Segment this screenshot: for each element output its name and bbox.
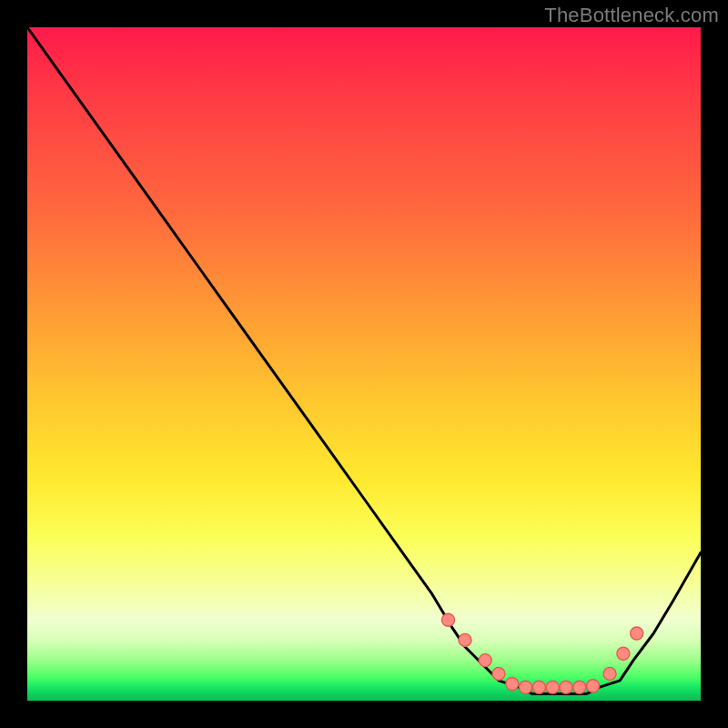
curve-dot [532,681,545,693]
curve-dot [631,627,643,640]
bottleneck-curve [27,27,701,694]
curve-dot [573,681,586,693]
curve-dot [587,680,600,693]
curve-dot [442,613,455,626]
plot-area [27,27,701,701]
curve-dot [603,667,616,680]
curve-dot [520,681,532,693]
curve-dot [459,633,471,646]
curve-dot [617,647,630,660]
curve-overlay [27,27,701,701]
curve-dot [492,667,505,680]
curve-dot [479,654,491,667]
curve-dot [546,681,559,693]
curve-dot [560,681,572,693]
watermark-text: TheBottleneck.com [544,4,719,27]
chart-container: TheBottleneck.com [0,0,728,728]
curve-dot [506,678,519,691]
